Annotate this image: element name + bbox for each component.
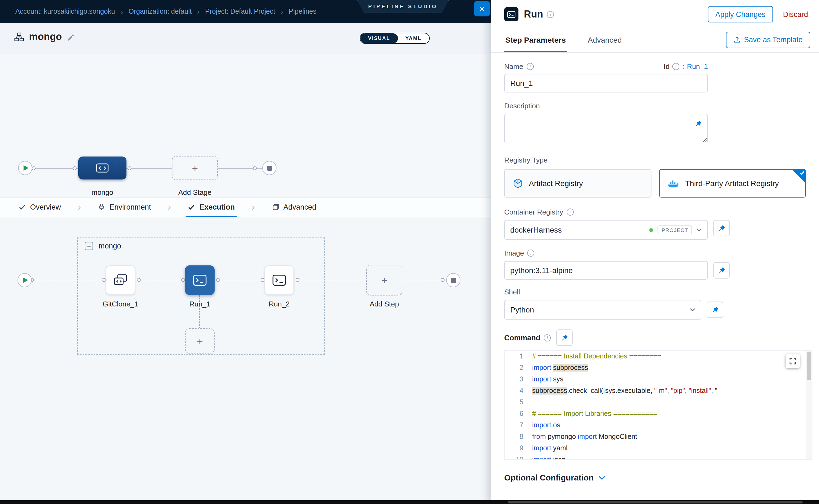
advanced-tab-icon xyxy=(272,204,279,211)
save-as-template-label: Save as Template xyxy=(744,36,803,44)
step-gitclone-1[interactable] xyxy=(106,265,135,295)
registry-option-third-party[interactable]: Third-Party Artifact Registry xyxy=(659,169,806,198)
code-line[interactable]: 8from pymongo import MongoClient xyxy=(505,431,812,443)
editor-scrollbar[interactable] xyxy=(806,351,812,459)
check-icon xyxy=(19,204,26,211)
tab-advanced[interactable]: Advanced xyxy=(270,198,318,217)
breadcrumb-account[interactable]: Account: kurosakiichigo.songoku xyxy=(15,8,115,15)
stage-canvas[interactable]: mongo + Add Stage xyxy=(0,54,491,197)
pin-icon[interactable] xyxy=(713,262,730,279)
plus-icon: + xyxy=(192,163,198,173)
collapse-group-button[interactable]: − xyxy=(85,242,93,250)
description-input[interactable] xyxy=(504,114,708,143)
pipeline-icon xyxy=(14,32,24,42)
add-step-button[interactable]: + xyxy=(366,265,402,296)
command-label: Command i xyxy=(504,334,551,342)
info-icon[interactable]: i xyxy=(547,11,554,18)
pin-icon[interactable] xyxy=(713,220,730,236)
pin-icon[interactable] xyxy=(556,329,573,346)
image-label: Image i xyxy=(504,249,534,257)
shell-select[interactable]: Python xyxy=(504,300,701,320)
pin-icon[interactable] xyxy=(707,302,723,318)
expand-editor-button[interactable] xyxy=(786,354,800,368)
pin-icon[interactable] xyxy=(691,117,705,130)
id-value-link[interactable]: Run_1 xyxy=(687,62,708,71)
breadcrumb-project[interactable]: Project: Default Project xyxy=(205,8,275,15)
info-icon[interactable]: i xyxy=(527,250,534,257)
run-step-icon xyxy=(272,274,286,286)
add-parallel-step-button[interactable]: + xyxy=(185,328,215,354)
pipeline-end-node[interactable] xyxy=(262,161,276,175)
add-stage-label: Add Stage xyxy=(164,188,225,196)
connector-port xyxy=(441,278,445,282)
cube-icon xyxy=(513,178,523,189)
apply-changes-button[interactable]: Apply Changes xyxy=(708,6,773,22)
horizontal-scrollbar[interactable] xyxy=(0,500,819,504)
execution-canvas[interactable]: − mongo GitClone_1 xyxy=(0,218,491,500)
image-input[interactable] xyxy=(504,261,708,280)
execution-start-node[interactable] xyxy=(18,273,32,287)
tab-panel-advanced[interactable]: Advanced xyxy=(587,27,623,52)
code-line[interactable]: 7import os xyxy=(505,420,812,431)
horizontal-scrollbar-thumb[interactable] xyxy=(508,501,803,503)
editor-scrollbar-thumb[interactable] xyxy=(807,352,811,380)
check-icon xyxy=(188,204,195,211)
step-run-1[interactable] xyxy=(185,265,215,295)
tab-execution-label: Execution xyxy=(199,203,235,211)
name-input[interactable] xyxy=(504,74,708,92)
optional-configuration-toggle[interactable]: Optional Configuration xyxy=(504,473,806,482)
breadcrumb-pipelines[interactable]: Pipelines xyxy=(289,8,316,15)
code-line[interactable]: 3import sys xyxy=(505,374,812,385)
tab-execution[interactable]: Execution xyxy=(186,198,237,217)
info-icon[interactable]: i xyxy=(544,334,551,341)
tab-environment[interactable]: Environment xyxy=(96,198,153,217)
tab-environment-label: Environment xyxy=(109,203,151,211)
breadcrumb-organization[interactable]: Organization: default xyxy=(128,8,192,15)
registry-option-artifact[interactable]: Artifact Registry xyxy=(504,169,651,198)
execution-end-node[interactable] xyxy=(446,273,461,287)
pipeline-start-node[interactable] xyxy=(18,161,32,175)
pipeline-header: mongo VISUAL YAML xyxy=(0,23,491,54)
command-editor-body: 1# ====== Install Dependencies ========2… xyxy=(505,351,812,460)
discard-button[interactable]: Discard xyxy=(783,10,808,18)
info-icon[interactable]: i xyxy=(527,63,534,70)
stage-node-label: mongo xyxy=(78,188,126,196)
tab-overview[interactable]: Overview xyxy=(16,198,63,217)
toggle-yaml[interactable]: YAML xyxy=(398,33,429,43)
tab-step-parameters[interactable]: Step Parameters xyxy=(504,27,567,52)
info-icon[interactable]: i xyxy=(672,63,679,70)
code-line[interactable]: 2import subprocess xyxy=(505,362,812,374)
connector-port xyxy=(296,278,299,282)
stage-node-mongo[interactable] xyxy=(78,157,126,179)
info-icon[interactable]: i xyxy=(566,208,574,216)
code-line[interactable]: 4subprocess.check_call([sys.executable, … xyxy=(505,385,812,397)
pipeline-title: mongo xyxy=(29,31,62,43)
close-icon[interactable]: ✕ xyxy=(474,1,490,16)
panel-tab-bar: Step Parameters Advanced Save as Templat… xyxy=(491,27,819,53)
line-number: 9 xyxy=(505,443,532,454)
registry-option-label: Artifact Registry xyxy=(529,179,583,188)
step-run-2[interactable] xyxy=(264,265,294,295)
code-line[interactable]: 6# ====== Import Libraries =========== xyxy=(505,408,812,420)
add-stage-button[interactable]: + xyxy=(172,156,218,180)
code-line[interactable]: 1# ====== Install Dependencies ======== xyxy=(505,351,812,362)
environment-icon xyxy=(98,204,105,211)
play-icon xyxy=(23,165,28,171)
git-clone-icon xyxy=(113,274,128,287)
stage-code-icon xyxy=(96,163,109,173)
edit-pencil-icon[interactable] xyxy=(67,33,74,41)
code-line[interactable]: 5 xyxy=(505,397,812,408)
save-as-template-button[interactable]: Save as Template xyxy=(726,31,810,48)
line-number: 6 xyxy=(505,408,532,420)
connector-port xyxy=(260,278,264,282)
container-registry-select[interactable]: dockerHarness PROJECT xyxy=(504,220,708,240)
registry-type-label: Registry Type xyxy=(504,156,548,164)
code-line[interactable]: 9import yaml xyxy=(505,443,812,454)
pipeline-studio-area: Account: kurosakiichigo.songoku › Organi… xyxy=(0,0,491,504)
optional-configuration-label: Optional Configuration xyxy=(504,473,594,482)
code-line[interactable]: 10import json xyxy=(505,454,812,460)
step-parameters-form: Name i Id i : Run_1 Description xyxy=(491,53,819,504)
command-editor[interactable]: 1# ====== Install Dependencies ========2… xyxy=(504,350,812,460)
step-label: Run_2 xyxy=(249,300,309,308)
toggle-visual[interactable]: VISUAL xyxy=(360,33,398,43)
